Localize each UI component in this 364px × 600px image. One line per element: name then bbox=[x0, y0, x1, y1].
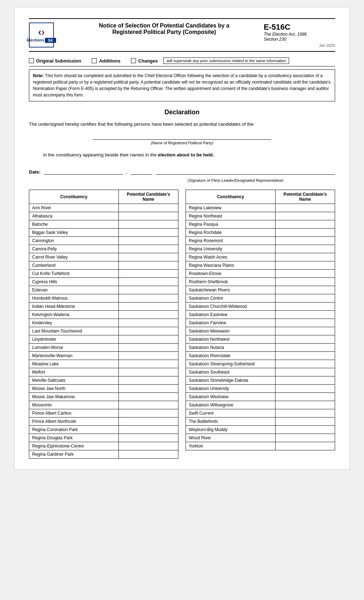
candidate-name-cell[interactable] bbox=[118, 409, 178, 418]
candidate-name-cell[interactable] bbox=[118, 237, 178, 245]
candidate-name-cell[interactable] bbox=[118, 245, 178, 253]
candidate-name-cell[interactable] bbox=[118, 319, 178, 327]
table-row: Saskatoon Meewasin bbox=[186, 327, 335, 335]
candidate-name-cell[interactable] bbox=[118, 344, 178, 352]
candidate-name-cell[interactable] bbox=[275, 368, 335, 376]
table-row: Batoche bbox=[29, 220, 178, 229]
candidate-name-cell[interactable] bbox=[275, 294, 335, 302]
candidate-name-cell[interactable] bbox=[275, 253, 335, 261]
candidate-name-cell[interactable] bbox=[275, 302, 335, 311]
candidate-name-cell[interactable] bbox=[118, 311, 178, 319]
form-title: Notice of Selection Of Potential Candida… bbox=[65, 22, 264, 35]
table-row: The Battlefords bbox=[186, 418, 335, 426]
candidate-name-cell[interactable] bbox=[275, 401, 335, 409]
candidate-name-cell[interactable] bbox=[275, 442, 335, 450]
candidate-name-cell[interactable] bbox=[275, 434, 335, 442]
date-year-field[interactable] bbox=[131, 168, 152, 175]
constituency-cell: Regina Coronation Park bbox=[29, 426, 119, 434]
constituency-cell: Melville-Saltcoats bbox=[29, 376, 119, 385]
constituency-cell: Weyburn-Big Muddy bbox=[186, 426, 275, 434]
table-row: Rosthern-Shellbrook bbox=[186, 278, 335, 286]
candidate-name-cell[interactable] bbox=[275, 426, 335, 434]
candidate-name-cell[interactable] bbox=[275, 237, 335, 245]
constituency-cell: Kelvington-Wadena bbox=[29, 311, 119, 319]
candidate-name-cell[interactable] bbox=[118, 212, 178, 220]
page: ‹› Elections SK Notice of Selection Of P… bbox=[14, 7, 350, 470]
candidate-name-cell[interactable] bbox=[118, 294, 178, 302]
candidate-name-cell[interactable] bbox=[275, 261, 335, 270]
candidate-name-cell[interactable] bbox=[275, 286, 335, 294]
candidate-name-cell[interactable] bbox=[118, 261, 178, 270]
table-row: Saskatchewan Rivers bbox=[186, 286, 335, 294]
changes-item: Changes will supersede any prior submiss… bbox=[131, 58, 289, 64]
candidate-name-cell[interactable] bbox=[275, 311, 335, 319]
candidate-name-cell[interactable] bbox=[275, 418, 335, 426]
table-row: Melville-Saltcoats bbox=[29, 376, 178, 385]
constituency-cell: Regina Rochdale bbox=[186, 229, 275, 237]
candidate-name-cell[interactable] bbox=[118, 442, 178, 450]
candidate-name-cell[interactable] bbox=[118, 393, 178, 401]
additions-checkbox[interactable] bbox=[92, 58, 97, 63]
candidate-name-cell[interactable] bbox=[118, 229, 178, 237]
candidate-name-cell[interactable] bbox=[275, 360, 335, 368]
candidate-name-cell[interactable] bbox=[118, 270, 178, 278]
constituency-cell: Rosthern-Shellbrook bbox=[186, 278, 275, 286]
candidate-name-cell[interactable] bbox=[275, 204, 335, 212]
candidate-name-cell[interactable] bbox=[275, 245, 335, 253]
candidate-name-cell[interactable] bbox=[275, 344, 335, 352]
original-submission-item: Original Submission bbox=[29, 58, 81, 64]
candidate-name-cell[interactable] bbox=[118, 327, 178, 335]
candidate-name-cell[interactable] bbox=[118, 401, 178, 409]
table-row: Last Mountain-Touchwood bbox=[29, 327, 178, 335]
candidate-name-cell[interactable] bbox=[118, 286, 178, 294]
constituency-cell: Prince Albert Carlton bbox=[29, 409, 119, 418]
candidate-name-cell[interactable] bbox=[118, 352, 178, 360]
candidate-name-cell[interactable] bbox=[118, 335, 178, 344]
candidate-name-cell[interactable] bbox=[275, 335, 335, 344]
candidate-name-cell[interactable] bbox=[118, 426, 178, 434]
constituency-cell: Batoche bbox=[29, 220, 119, 229]
table-row: Saskatoon Southeast bbox=[186, 368, 335, 376]
right-col1-header: Constituency bbox=[186, 190, 275, 204]
candidate-name-cell[interactable] bbox=[275, 278, 335, 286]
act-label: The Election Act, 1996 bbox=[264, 32, 335, 37]
candidate-name-cell[interactable] bbox=[118, 434, 178, 442]
candidate-name-cell[interactable] bbox=[275, 352, 335, 360]
table-row: Humboldt-Watrous bbox=[29, 294, 178, 302]
candidate-name-cell[interactable] bbox=[118, 302, 178, 311]
constituency-cell: Regina Northeast bbox=[186, 212, 275, 220]
candidate-name-cell[interactable] bbox=[275, 212, 335, 220]
additions-item: Additions bbox=[92, 58, 120, 64]
candidate-name-cell[interactable] bbox=[275, 409, 335, 418]
constituency-cell: Saskatoon Westview bbox=[186, 393, 275, 401]
candidate-name-cell[interactable] bbox=[275, 270, 335, 278]
table-row: Regina Coronation Park bbox=[29, 426, 178, 434]
table-row: Regina Pasqua bbox=[186, 220, 335, 229]
candidate-name-cell[interactable] bbox=[118, 220, 178, 229]
changes-checkbox[interactable] bbox=[131, 58, 136, 63]
candidate-name-cell[interactable] bbox=[118, 360, 178, 368]
candidate-name-cell[interactable] bbox=[118, 253, 178, 261]
date-field[interactable] bbox=[44, 168, 123, 175]
candidate-name-cell[interactable] bbox=[275, 327, 335, 335]
candidate-name-cell[interactable] bbox=[275, 376, 335, 385]
candidate-name-cell[interactable] bbox=[118, 278, 178, 286]
signature-field[interactable] bbox=[156, 168, 335, 175]
candidate-name-cell[interactable] bbox=[275, 220, 335, 229]
const-pre: in the constituency appearing beside the… bbox=[43, 152, 158, 158]
candidate-name-cell[interactable] bbox=[275, 385, 335, 393]
original-checkbox[interactable] bbox=[29, 58, 34, 63]
candidate-name-cell[interactable] bbox=[118, 418, 178, 426]
candidate-name-cell[interactable] bbox=[118, 368, 178, 376]
table-row: Carrot River Valley bbox=[29, 253, 178, 261]
candidate-name-cell[interactable] bbox=[275, 393, 335, 401]
left-col1-header: Constituency bbox=[29, 190, 119, 204]
table-row: Regina Walsh Acres bbox=[186, 253, 335, 261]
candidate-name-cell[interactable] bbox=[118, 385, 178, 393]
candidate-name-cell[interactable] bbox=[118, 204, 178, 212]
table-row: Saskatoon Riversdale bbox=[186, 352, 335, 360]
candidate-name-cell[interactable] bbox=[118, 450, 178, 459]
candidate-name-cell[interactable] bbox=[118, 376, 178, 385]
candidate-name-cell[interactable] bbox=[275, 229, 335, 237]
candidate-name-cell[interactable] bbox=[275, 319, 335, 327]
